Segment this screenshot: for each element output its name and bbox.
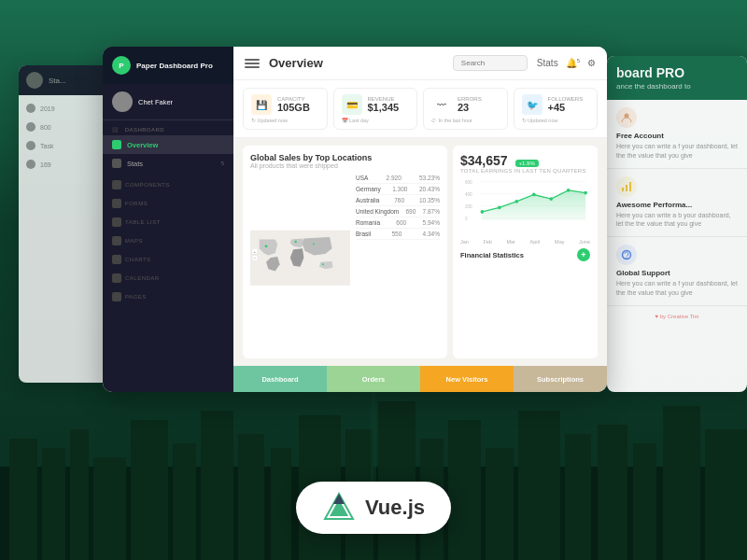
country-pct: 10.35%: [419, 197, 440, 203]
menu-bar-3: [245, 66, 260, 68]
topbar-actions: Stats 🔔5 ⚙: [537, 58, 596, 68]
sidebar-group-maps[interactable]: MAPS: [103, 229, 233, 247]
svg-rect-5: [131, 420, 168, 560]
main-body: Global Sales by Top Locations All produc…: [233, 138, 607, 366]
svg-point-52: [567, 189, 571, 192]
svg-point-53: [584, 191, 587, 195]
menu-bar-2: [245, 63, 260, 64]
left-panel-text: 169: [40, 161, 51, 168]
sidebar-group-pages[interactable]: PAGES: [103, 285, 233, 303]
search-input[interactable]: [453, 55, 528, 71]
sidebar-group-charts[interactable]: CHARTS: [103, 247, 233, 266]
sidebar-user[interactable]: Chet Faker: [103, 84, 233, 120]
country-value: 600: [396, 219, 406, 226]
country-value: 1.300: [392, 186, 407, 192]
chart-legend: Jan Feb Mar April May June: [460, 239, 590, 245]
menu-bar-1: [245, 59, 260, 61]
charts-icon: [112, 255, 121, 264]
followers-value: +45: [548, 102, 584, 113]
errors-update: ⏱ In the last hour: [431, 118, 500, 123]
country-name: Germany: [356, 186, 381, 192]
capacity-value: 105GB: [277, 102, 310, 113]
sidebar-group-forms[interactable]: FORMS: [103, 191, 233, 210]
revenue-icon: 💳: [342, 94, 362, 115]
tab-new-visitors[interactable]: New Visitors: [420, 366, 514, 392]
chart-section: $34,657 +1.9% TOTAL EARNINGS IN LAST TEN…: [453, 146, 598, 358]
country-pct: 53.23%: [419, 175, 440, 181]
svg-rect-8: [238, 434, 264, 560]
earnings-amount: $34,657: [460, 153, 508, 168]
svg-rect-27: [629, 182, 631, 191]
tab-orders[interactable]: Orders: [327, 366, 420, 392]
sidebar-group-tablelist[interactable]: TABLE LIST: [103, 210, 233, 229]
left-panel-icon: [26, 160, 35, 169]
country-row: Brasil 550 4.34%: [356, 229, 440, 240]
sidebar-item-overview[interactable]: Overview: [103, 135, 233, 154]
menu-icon[interactable]: [245, 56, 260, 71]
tab-dashboard[interactable]: Dashboard: [233, 366, 327, 392]
promo-section-support: Global Support Here you can write a f yo…: [607, 237, 747, 306]
sidebar-title: Paper Dashboard Pro: [136, 62, 213, 70]
topbar: Overview Stats 🔔5 ⚙: [233, 47, 607, 80]
country-row: United Kingdom 690 7.87%: [356, 206, 440, 217]
svg-text:400: 400: [465, 192, 472, 197]
errors-value: 23: [458, 102, 482, 113]
stat-card-header: 💳 Revenue $1,345: [342, 94, 410, 115]
svg-text:−: −: [254, 256, 257, 260]
calendar-icon: 📅: [342, 118, 348, 123]
svg-text:600: 600: [465, 180, 472, 185]
add-icon[interactable]: +: [577, 248, 590, 261]
svg-point-50: [532, 193, 536, 197]
left-panel-icon: [26, 104, 35, 113]
pages-icon: [112, 292, 121, 301]
settings-icon[interactable]: ⚙: [587, 58, 596, 68]
followers-icon: 🐦: [522, 94, 543, 115]
promo-title: board PRO: [616, 65, 738, 80]
country-row: USA 2.920 53.23%: [356, 173, 440, 184]
map-container: + − USA 2.920 53.23% Germany 1.300 20.43…: [250, 173, 440, 343]
svg-point-49: [514, 200, 518, 203]
left-panel-text: 800: [40, 124, 51, 131]
svg-rect-17: [565, 434, 591, 560]
world-map-svg: + −: [250, 173, 350, 343]
support-icon: [616, 245, 637, 265]
earnings-header: $34,657 +1.9%: [460, 153, 590, 168]
right-promo-panel: board PRO ance the dashboard to Free Acc…: [607, 56, 747, 392]
country-pct: 20.43%: [419, 186, 440, 192]
svg-point-47: [481, 210, 485, 214]
country-value: 550: [391, 231, 402, 237]
svg-point-29: [626, 258, 627, 259]
sidebar-item-stats[interactable]: Stats 5: [103, 154, 233, 173]
svg-point-48: [498, 205, 501, 209]
svg-rect-2: [42, 448, 65, 560]
svg-rect-16: [518, 411, 560, 560]
country-row: Germany 1.300 20.43%: [356, 184, 440, 195]
country-name: United Kingdom: [356, 208, 399, 215]
svg-point-31: [265, 245, 268, 247]
stats-icon[interactable]: Stats: [537, 58, 558, 68]
svg-rect-19: [633, 443, 656, 560]
earnings-badge: +1.9%: [515, 160, 539, 167]
promo-footer: ♥ by Creative Tim: [607, 306, 747, 327]
sidebar-group-components[interactable]: COMPONENTS: [103, 173, 233, 191]
notification-icon[interactable]: 🔔5: [566, 58, 580, 68]
free-account-text: Here you can write a f your dashboard, l…: [616, 142, 738, 161]
dashboard-wrapper: Sta... 2019 800 Task 169 board PRO: [56, 47, 691, 401]
vuejs-label: Vue.js: [365, 496, 425, 520]
user-avatar: [112, 91, 133, 112]
promo-header: board PRO ance the dashboard to: [607, 56, 747, 100]
free-account-icon: [616, 107, 637, 128]
overview-label: Overview: [127, 141, 158, 149]
svg-rect-3: [70, 429, 89, 560]
world-map: + −: [250, 173, 350, 343]
sidebar-group-calendar[interactable]: CALENDAR: [103, 266, 233, 285]
svg-rect-7: [201, 411, 233, 560]
left-panel-text: 2019: [40, 105, 55, 112]
capacity-update: ↻ Updated now: [251, 118, 319, 123]
country-row: Australia 760 10.35%: [356, 195, 440, 206]
stat-info: Followers +45: [548, 96, 584, 113]
svg-rect-23: [371, 429, 376, 485]
earnings-chart: 600 400 200 0: [460, 177, 590, 233]
tab-subscriptions[interactable]: Subscriptions: [514, 366, 607, 392]
sidebar-section-dashboard: ▤ DASHBOARD: [103, 120, 233, 135]
